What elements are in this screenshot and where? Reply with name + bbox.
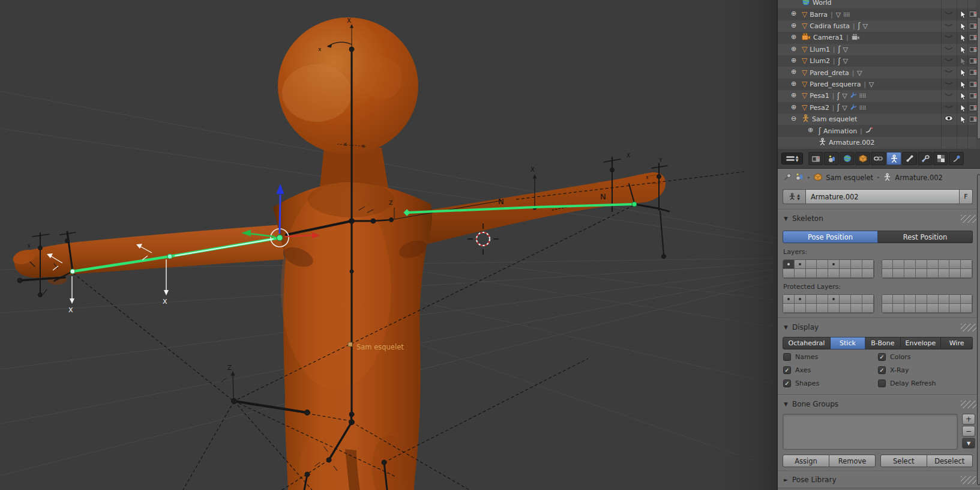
layer-block[interactable] — [783, 259, 874, 279]
panel-grip-icon[interactable] — [961, 401, 976, 408]
fake-user-button[interactable]: F — [960, 189, 973, 204]
layer-cell[interactable] — [927, 260, 939, 269]
layer-cell[interactable] — [949, 295, 961, 304]
layer-cell[interactable] — [949, 269, 961, 278]
visibility-toggle-icon[interactable] — [943, 92, 954, 100]
tab-bone[interactable] — [902, 152, 917, 165]
layer-cell[interactable] — [817, 295, 828, 304]
outliner-item-label[interactable]: Llum2 — [810, 57, 830, 65]
layer-cell[interactable] — [893, 295, 904, 304]
panel-header-display[interactable]: ▼ Display — [778, 321, 980, 334]
outliner-item-label[interactable]: Cadira fusta — [810, 22, 850, 30]
outliner-item-label[interactable]: Armature.002 — [829, 139, 874, 147]
visibility-toggle-icon[interactable] — [943, 57, 954, 65]
checkbox-box[interactable] — [878, 380, 886, 387]
display-mode-wire[interactable]: Wire — [941, 337, 973, 349]
layer-cell[interactable] — [961, 260, 972, 269]
expand-toggle-icon[interactable]: ⊕ — [791, 22, 796, 29]
add-bone-group-button[interactable]: + — [962, 414, 975, 425]
expand-toggle-icon[interactable]: ⊖ — [791, 115, 796, 122]
outliner-row-pared-esquerra[interactable]: ⊕▽Pared_esquerra|▽ — [778, 79, 976, 90]
layer-cell[interactable] — [916, 295, 927, 304]
layer-cell[interactable] — [840, 295, 851, 304]
layer-cell[interactable] — [904, 304, 916, 313]
panel-grip-icon[interactable] — [961, 476, 976, 484]
outliner[interactable]: World⊕▽Barra|▽⠿⠿⊕▽Cadira fusta|ʃ▽⊕Camera… — [778, 0, 980, 149]
display-mode-stick[interactable]: Stick — [831, 337, 865, 349]
tab-bone-constraints[interactable] — [918, 152, 933, 165]
breadcrumb-data[interactable]: Armature.002 — [895, 174, 943, 182]
expand-toggle-icon[interactable]: ⊕ — [791, 45, 796, 53]
tab-scene[interactable] — [824, 152, 839, 165]
layer-cell[interactable] — [882, 295, 894, 304]
3d-viewport[interactable]: X x x x Z N N X X Y x x Z — [0, 0, 777, 490]
layer-cell[interactable] — [862, 304, 874, 313]
outliner-row-world[interactable]: World — [778, 0, 976, 8]
layer-cell[interactable] — [851, 295, 862, 304]
tab-render[interactable] — [808, 152, 823, 165]
layer-cell[interactable] — [862, 269, 874, 278]
layer-cell[interactable] — [840, 304, 851, 313]
layer-cell[interactable] — [851, 304, 862, 313]
outliner-item-label[interactable]: Llum1 — [810, 46, 830, 53]
expand-toggle-icon[interactable]: ⊕ — [791, 33, 796, 41]
layer-block[interactable] — [783, 294, 874, 313]
outliner-row-camera1[interactable]: ⊕Camera1| — [778, 32, 976, 43]
display-mode-octahedral[interactable]: Octahedral — [783, 337, 831, 349]
panel-grip-icon[interactable] — [961, 215, 976, 223]
tab-physics-checker[interactable] — [933, 152, 948, 165]
expand-toggle-icon[interactable]: ⊕ — [791, 91, 796, 99]
visibility-toggle-icon[interactable] — [943, 115, 954, 123]
visibility-toggle-icon[interactable] — [943, 10, 954, 18]
panel-grip-icon[interactable] — [961, 324, 976, 331]
layer-cell[interactable] — [927, 295, 939, 304]
layer-cell[interactable] — [893, 269, 904, 278]
layer-cell[interactable] — [783, 269, 795, 278]
layer-cell[interactable] — [828, 260, 840, 269]
bone-groups-list[interactable] — [783, 414, 958, 450]
datablock-name-input[interactable] — [805, 189, 960, 204]
display-mode-envelope[interactable]: Envelope — [901, 337, 942, 349]
checkbox-colors[interactable]: ✓Colors — [878, 353, 910, 361]
layer-cell[interactable] — [961, 295, 972, 304]
layer-cell[interactable] — [949, 260, 961, 269]
layer-cell[interactable] — [939, 295, 950, 304]
outliner-item-label[interactable]: Camera1 — [813, 34, 843, 41]
visibility-toggle-icon[interactable] — [943, 104, 954, 112]
layer-cell[interactable] — [806, 295, 817, 304]
layer-cell[interactable] — [961, 304, 972, 313]
outliner-row-llum1[interactable]: ⊕▽Llum1|ʃ▽ — [778, 44, 976, 55]
checkbox-delay-refresh[interactable]: Delay Refresh — [878, 380, 936, 387]
layer-cell[interactable] — [939, 304, 950, 313]
layer-cell[interactable] — [904, 260, 916, 269]
checkbox-shapes[interactable]: ✓Shapes — [783, 380, 819, 387]
layer-cell[interactable] — [795, 269, 806, 278]
layer-cell[interactable] — [949, 304, 961, 313]
layer-cell[interactable] — [806, 304, 817, 313]
tab-object[interactable] — [855, 152, 870, 165]
layer-cell[interactable] — [783, 260, 795, 269]
panel-header-bone-groups[interactable]: ▼ Bone Groups — [778, 398, 980, 411]
layer-cell[interactable] — [817, 304, 828, 313]
layer-cell[interactable] — [795, 295, 806, 304]
layer-cell[interactable] — [927, 304, 939, 313]
layer-block[interactable] — [882, 294, 973, 313]
expand-toggle-icon[interactable]: ⊕ — [791, 103, 796, 111]
layer-cell[interactable] — [882, 304, 894, 313]
pose-position-button[interactable]: Pose Position — [783, 231, 878, 243]
armature-layers-grid[interactable] — [783, 259, 973, 279]
remove-bone-group-button[interactable]: − — [962, 426, 975, 437]
layer-cell[interactable] — [882, 260, 894, 269]
layer-cell[interactable] — [851, 269, 862, 278]
outliner-row-cadira-fusta[interactable]: ⊕▽Cadira fusta|ʃ▽ — [778, 20, 976, 32]
outliner-item-label[interactable]: Pesa1 — [810, 92, 829, 100]
tab-world[interactable] — [840, 152, 855, 165]
visibility-toggle-icon[interactable] — [943, 80, 954, 88]
layer-cell[interactable] — [904, 295, 916, 304]
checkbox-box[interactable]: ✓ — [783, 380, 791, 387]
layer-cell[interactable] — [840, 260, 851, 269]
visibility-toggle-icon[interactable] — [943, 34, 954, 41]
checkbox-box[interactable]: ✓ — [878, 353, 886, 361]
datablock-type-button[interactable]: ▲▼ — [783, 189, 805, 204]
expand-toggle-icon[interactable]: ⊕ — [808, 126, 813, 134]
